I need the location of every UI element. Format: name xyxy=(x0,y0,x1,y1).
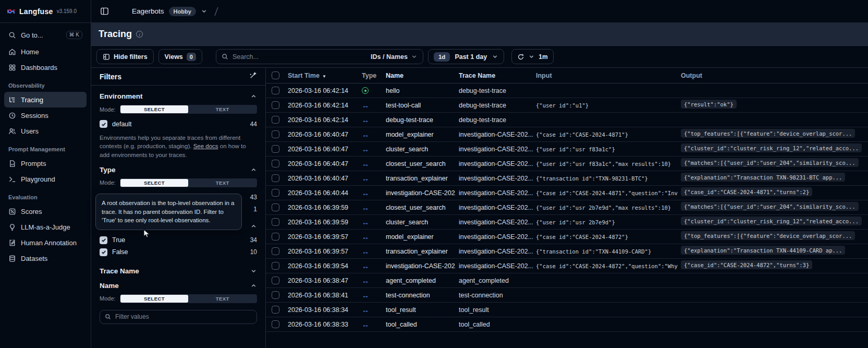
sidebar-item-human-annotation[interactable]: Human Annotation xyxy=(4,235,87,250)
column-trace-name[interactable]: Trace Name xyxy=(456,72,533,79)
sidebar-item-tracing[interactable]: Tracing xyxy=(4,92,87,107)
table-row[interactable]: 2026-03-16 06:39:54 ↔ investigation-CASE… xyxy=(266,259,868,273)
column-output[interactable]: Output xyxy=(678,72,868,79)
column-type[interactable]: Type xyxy=(359,72,383,79)
row-checkbox[interactable] xyxy=(272,306,279,314)
tab-text[interactable]: TEXT xyxy=(188,295,256,303)
column-label: Trace Name xyxy=(459,72,495,79)
row-checkbox[interactable] xyxy=(272,87,279,94)
info-icon[interactable]: i xyxy=(136,31,143,38)
column-name[interactable]: Name xyxy=(383,72,456,79)
chevron-up-icon xyxy=(250,223,257,230)
views-button[interactable]: Views 0 xyxy=(158,49,202,64)
chevron-down-icon[interactable] xyxy=(201,8,207,15)
row-checkbox[interactable] xyxy=(272,233,279,241)
table-row[interactable]: 2026-03-16 06:42:14 ↔ debug-test-trace d… xyxy=(266,113,868,127)
filter-values-box[interactable] xyxy=(100,310,257,324)
trace-name-cell: agent_completed xyxy=(456,277,533,284)
row-checkbox[interactable] xyxy=(272,130,279,138)
trace-name-section-header[interactable]: Trace Name xyxy=(100,267,257,275)
row-checkbox[interactable] xyxy=(272,277,279,284)
name-label: Name xyxy=(100,282,119,290)
row-checkbox[interactable] xyxy=(272,262,279,270)
span-arrow-icon: ↔ xyxy=(362,233,369,241)
row-checkbox[interactable] xyxy=(272,101,279,109)
users-icon xyxy=(8,127,16,135)
row-checkbox[interactable] xyxy=(272,160,279,167)
environment-option-default[interactable]: default 44 xyxy=(100,119,257,128)
sidebar-item-users[interactable]: Users xyxy=(4,123,87,139)
type-section-header[interactable]: Type xyxy=(100,166,257,174)
time-range-button[interactable]: 1d Past 1 day xyxy=(428,49,504,64)
project-name[interactable]: Eagerbots xyxy=(132,7,164,15)
sidebar-item-home[interactable]: Home xyxy=(4,44,87,59)
row-checkbox[interactable] xyxy=(272,174,279,182)
search-box[interactable]: IDs / Names xyxy=(216,49,423,64)
sidebar-item-prompts[interactable]: Prompts xyxy=(4,155,87,171)
row-checkbox[interactable] xyxy=(272,145,279,153)
collapse-sidebar-button[interactable] xyxy=(97,5,111,18)
is-root-option-false[interactable]: False 10 xyxy=(100,248,257,257)
see-docs-link[interactable]: See docs xyxy=(193,143,218,149)
table-row[interactable]: 2026-03-16 06:39:57 ↔ transaction_explai… xyxy=(266,244,868,259)
name-section-header[interactable]: Name xyxy=(100,282,257,290)
table-row[interactable]: 2026-03-16 06:42:14 ↔ test-tool-call deb… xyxy=(266,98,868,113)
column-start-time[interactable]: Start Time▼ xyxy=(285,72,359,79)
table-row[interactable]: 2026-03-16 06:38:33 ↔ tool_called tool_c… xyxy=(266,317,868,332)
tab-text[interactable]: TEXT xyxy=(188,179,256,187)
select-all-checkbox[interactable] xyxy=(272,71,279,79)
span-arrow-icon: ↔ xyxy=(362,277,369,284)
checkbox-checked[interactable] xyxy=(100,236,107,244)
table-row[interactable]: 2026-03-16 06:39:59 ↔ closest_user_searc… xyxy=(266,200,868,215)
name-cell: transaction_explainer xyxy=(383,175,456,182)
page-header: Tracing i xyxy=(91,23,868,46)
row-checkbox[interactable] xyxy=(272,203,279,211)
environment-section-header[interactable]: Environment xyxy=(100,92,257,100)
table-row[interactable]: 2026-03-16 06:39:57 ↔ model_explainer in… xyxy=(266,230,868,244)
table-row[interactable]: 2026-03-16 06:38:41 ↔ test-connection te… xyxy=(266,288,868,303)
tab-select[interactable]: SELECT xyxy=(120,105,189,113)
is-root-option-true[interactable]: True 34 xyxy=(100,236,257,245)
search-scope-dropdown[interactable]: IDs / Names xyxy=(371,53,418,61)
tab-select[interactable]: SELECT xyxy=(120,295,189,303)
filter-values-input[interactable] xyxy=(115,313,252,320)
table-row[interactable]: 2026-03-16 06:40:47 ↔ cluster_search inv… xyxy=(266,142,868,157)
row-checkbox[interactable] xyxy=(272,218,279,226)
sidebar-item-datasets[interactable]: Datasets xyxy=(4,250,87,266)
row-checkbox[interactable] xyxy=(272,291,279,299)
span-arrow-icon: ↔ xyxy=(362,262,369,270)
sidebar-item-sessions[interactable]: Sessions xyxy=(4,107,87,123)
table-row[interactable]: 2026-03-16 06:38:47 ↔ agent_completed ag… xyxy=(266,273,868,288)
wand-icon[interactable] xyxy=(249,71,257,81)
row-checkbox[interactable] xyxy=(272,116,279,124)
sidebar-item-label: Scores xyxy=(21,208,42,215)
table-row[interactable]: 2026-03-16 06:39:59 ↔ cluster_search inv… xyxy=(266,215,868,230)
row-checkbox[interactable] xyxy=(272,247,279,255)
table-row[interactable]: 2026-03-16 06:40:44 ↔ investigation-CASE… xyxy=(266,186,868,200)
refresh-control[interactable]: 1m xyxy=(511,49,553,64)
row-checkbox[interactable] xyxy=(272,320,279,328)
sidebar-item-playground[interactable]: Playground xyxy=(4,171,87,187)
filters-panel: Filters Environment Mode: SELECT TEXT xyxy=(91,68,266,348)
tab-text[interactable]: TEXT xyxy=(188,105,256,113)
tab-select[interactable]: SELECT xyxy=(120,179,189,187)
checkbox-checked[interactable] xyxy=(100,120,107,128)
checkbox-checked[interactable] xyxy=(100,248,107,256)
goto-search[interactable]: Go to... ⌘ K xyxy=(4,27,87,43)
sidebar-item-llm-as-a-judge[interactable]: LLM-as-a-Judge xyxy=(4,219,87,235)
table-row[interactable]: 2026-03-16 06:38:34 ↔ tool_result tool_r… xyxy=(266,303,868,317)
search-input[interactable] xyxy=(233,53,366,61)
column-label: Type xyxy=(362,72,376,79)
sidebar-item-dashboards[interactable]: Dashboards xyxy=(4,59,87,75)
environment-help-text: Environments help you separate traces fr… xyxy=(100,134,257,159)
table-row[interactable]: 2026-03-16 06:40:47 ↔ transaction_explai… xyxy=(266,171,868,186)
list-tree-icon xyxy=(8,96,16,104)
column-input[interactable]: Input xyxy=(533,72,678,79)
option-label: True xyxy=(112,236,125,244)
row-checkbox[interactable] xyxy=(272,189,279,197)
table-row[interactable]: 2026-03-16 06:42:14 hello debug-test-tra… xyxy=(266,83,868,98)
hide-filters-button[interactable]: Hide filters xyxy=(96,49,154,64)
sidebar-item-scores[interactable]: Scores xyxy=(4,203,87,219)
table-row[interactable]: 2026-03-16 06:40:47 ↔ model_explainer in… xyxy=(266,127,868,142)
table-row[interactable]: 2026-03-16 06:40:47 ↔ closest_user_searc… xyxy=(266,157,868,171)
